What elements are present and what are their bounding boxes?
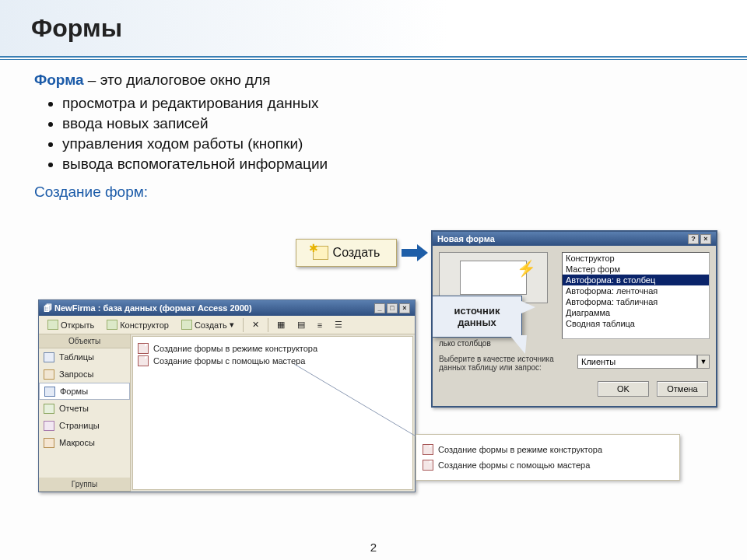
dialog-titlebar: Новая форма ? × bbox=[433, 232, 716, 246]
slide-content: Форма – это диалоговое окно для просмотр… bbox=[0, 58, 747, 201]
ok-button[interactable]: OK bbox=[598, 381, 649, 397]
new-icon bbox=[181, 320, 192, 330]
sidebar-header: Объекты bbox=[39, 334, 130, 348]
view-details-icon[interactable]: ☰ bbox=[329, 317, 348, 333]
sidebar-item-forms[interactable]: Формы bbox=[39, 383, 130, 400]
close-button[interactable]: × bbox=[399, 303, 410, 313]
slide-title: Формы bbox=[31, 14, 747, 43]
bullet-item: ввода новых записей bbox=[62, 115, 724, 132]
arrow-icon bbox=[402, 244, 428, 261]
list-item[interactable]: Создание формы с помощью мастера bbox=[423, 460, 673, 471]
page-number: 2 bbox=[370, 541, 377, 554]
option-chart[interactable]: Диаграмма bbox=[563, 307, 709, 318]
wizard-icon bbox=[138, 355, 149, 366]
toolbar: Открыть Конструктор Создать ▾ ✕ ▦ ▤ ≡ ☰ bbox=[39, 316, 415, 334]
view-list-icon[interactable]: ≡ bbox=[312, 317, 328, 333]
open-button[interactable]: Открыть bbox=[42, 317, 100, 333]
option-constructor[interactable]: Конструктор bbox=[563, 253, 709, 264]
design-icon bbox=[107, 320, 117, 330]
cancel-button[interactable]: Отмена bbox=[657, 381, 708, 397]
form-icon bbox=[44, 387, 55, 397]
form-type-listbox[interactable]: Конструктор Мастер форм Автоформа: в сто… bbox=[562, 252, 710, 339]
new-icon bbox=[313, 246, 328, 260]
definition-rest: – это диалоговое окно для bbox=[84, 72, 271, 88]
design-button[interactable]: Конструктор bbox=[101, 317, 174, 333]
wizard-icon bbox=[423, 460, 433, 471]
minimize-button[interactable]: _ bbox=[374, 303, 385, 313]
query-icon bbox=[44, 369, 54, 380]
slide-title-bar: Формы bbox=[0, 0, 747, 58]
dropdown-icon[interactable]: ▼ bbox=[697, 355, 710, 369]
option-autoform-column[interactable]: Автоформа: в столбец bbox=[563, 275, 709, 285]
create-button-callout[interactable]: Создать bbox=[296, 239, 397, 267]
source-label: Выберите в качестве источника данных таб… bbox=[439, 355, 571, 372]
sidebar-item-queries[interactable]: Запросы bbox=[39, 366, 130, 383]
sidebar-groups-header: Группы bbox=[39, 478, 130, 492]
source-combobox[interactable]: ▼ bbox=[577, 355, 710, 369]
bullet-item: вывода вспомогательной информации bbox=[62, 156, 724, 173]
bullet-item: управления ходом работы (кнопки) bbox=[62, 135, 724, 152]
close-button[interactable]: × bbox=[700, 234, 711, 244]
objects-sidebar: Объекты Таблицы Запросы Формы Отчеты Стр… bbox=[39, 334, 131, 492]
definition-line: Форма – это диалоговое окно для bbox=[34, 72, 724, 89]
window-titlebar: 🗐 NewFirma : база данных (формат Access … bbox=[39, 300, 415, 316]
option-autoform-ribbon[interactable]: Автоформа: ленточная bbox=[563, 285, 709, 296]
sidebar-item-macros[interactable]: Макросы bbox=[39, 434, 130, 451]
list-item[interactable]: Создание формы в режиме конструктора bbox=[423, 444, 673, 455]
subheading: Создание форм: bbox=[34, 184, 724, 201]
macro-icon bbox=[44, 438, 54, 448]
sidebar-item-reports[interactable]: Отчеты bbox=[39, 400, 130, 417]
window-title: 🗐 NewFirma : база данных (формат Access … bbox=[44, 303, 252, 313]
report-icon bbox=[44, 404, 54, 414]
table-icon bbox=[44, 352, 54, 362]
lightning-icon: ⚡ bbox=[517, 259, 536, 278]
bullet-list: просмотра и редактирования данных ввода … bbox=[62, 95, 724, 173]
list-item[interactable]: Создание формы в режиме конструктора bbox=[138, 343, 408, 354]
option-pivot[interactable]: Сводная таблица bbox=[563, 318, 709, 329]
create-button[interactable]: Создать ▾ bbox=[176, 317, 240, 333]
page-icon bbox=[44, 421, 54, 431]
sidebar-item-tables[interactable]: Таблицы bbox=[39, 348, 130, 366]
create-button-label: Создать bbox=[333, 246, 381, 260]
callout-line1: источник bbox=[454, 305, 500, 317]
view-large-icon[interactable]: ▦ bbox=[272, 317, 290, 333]
help-button[interactable]: ? bbox=[688, 234, 699, 244]
open-icon bbox=[47, 320, 58, 330]
maximize-button[interactable]: □ bbox=[387, 303, 398, 313]
form-type-list: Конструктор Мастер форм Автоформа: в сто… bbox=[562, 252, 710, 348]
option-wizard[interactable]: Мастер форм bbox=[563, 264, 709, 275]
sidebar-item-pages[interactable]: Страницы bbox=[39, 417, 130, 434]
source-input[interactable] bbox=[577, 355, 697, 369]
view-small-icon[interactable]: ▤ bbox=[292, 317, 310, 333]
option-autoform-table[interactable]: Автоформа: табличная bbox=[563, 296, 709, 307]
list-item[interactable]: Создание формы с помощью мастера bbox=[138, 355, 408, 366]
delete-button[interactable]: ✕ bbox=[247, 317, 265, 333]
form-creation-callout: Создание формы в режиме конструктора Соз… bbox=[416, 434, 680, 481]
forms-list: Создание формы в режиме конструктора Соз… bbox=[132, 336, 413, 490]
bullet-item: просмотра и редактирования данных bbox=[62, 95, 724, 112]
definition-term: Форма bbox=[34, 72, 84, 88]
access-db-window: 🗐 NewFirma : база данных (формат Access … bbox=[38, 299, 416, 492]
wizard-icon bbox=[423, 444, 433, 455]
dialog-title: Новая форма bbox=[437, 234, 495, 243]
callout-line2: данных bbox=[458, 317, 496, 328]
wizard-icon bbox=[138, 343, 149, 354]
data-source-callout: источник данных bbox=[432, 296, 522, 338]
